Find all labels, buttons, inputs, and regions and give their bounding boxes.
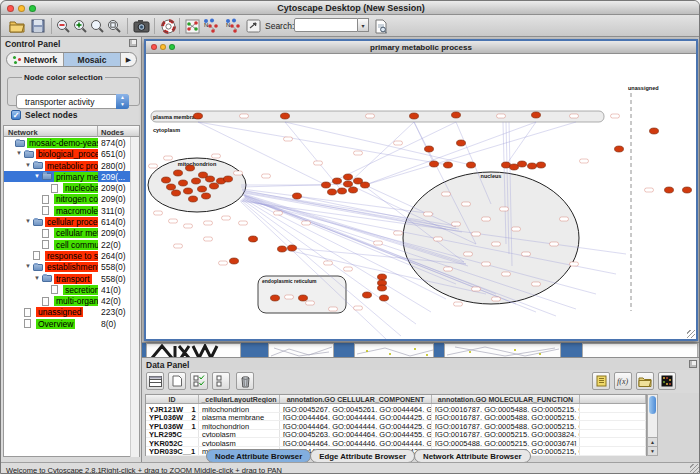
- tree-row[interactable]: macromolecule311(0): [4, 205, 132, 216]
- network-node[interactable]: [189, 196, 198, 202]
- vizmapper-icon[interactable]: [244, 17, 262, 35]
- network-node[interactable]: [410, 113, 419, 119]
- network-node[interactable]: [537, 162, 546, 168]
- network-node[interactable]: [467, 162, 476, 168]
- network-node[interactable]: [510, 164, 519, 170]
- expander-icon[interactable]: ▼: [25, 218, 31, 224]
- network-node[interactable]: [172, 190, 181, 196]
- table-column-header[interactable]: ID: [146, 395, 199, 403]
- unselect-attributes-icon[interactable]: [212, 372, 230, 390]
- zoom-selected-icon[interactable]: [88, 17, 106, 35]
- tree-row[interactable]: cell communicat22(0): [4, 239, 132, 250]
- network-node[interactable]: [338, 188, 347, 194]
- network-node[interactable]: [230, 258, 239, 264]
- window-resize-grip[interactable]: [687, 330, 695, 338]
- tree-row[interactable]: ▼transport558(0): [4, 273, 132, 284]
- network-node[interactable]: [198, 186, 207, 192]
- function-builder-icon[interactable]: f(x): [614, 372, 632, 390]
- network-node[interactable]: [299, 295, 308, 301]
- table-row[interactable]: YJR121W__1mitochondrion[GO:0045267, GO:0…: [146, 404, 646, 413]
- network-node[interactable]: [281, 113, 290, 119]
- network-node[interactable]: [174, 170, 183, 176]
- network-node[interactable]: [186, 165, 195, 171]
- network-node[interactable]: [167, 184, 176, 190]
- search-options-icon[interactable]: [372, 17, 390, 35]
- table-column-header[interactable]: [580, 395, 646, 403]
- delete-attribute-icon[interactable]: [236, 372, 254, 390]
- network-node[interactable]: [194, 113, 203, 119]
- tree-row[interactable]: mosaic-demo-yeast874(0): [4, 137, 132, 148]
- network-node[interactable]: [322, 182, 331, 188]
- import-attributes-icon[interactable]: [636, 372, 654, 390]
- tab-node-attribute-browser[interactable]: Node Attribute Browser: [206, 449, 311, 463]
- network-node[interactable]: [665, 187, 674, 193]
- zoom-in-icon[interactable]: [71, 17, 89, 35]
- tree-row[interactable]: ▼metabolic process280(0): [4, 160, 132, 171]
- open-session-icon[interactable]: [8, 17, 26, 35]
- table-column-header[interactable]: annotation.GO MOLECULAR_FUNCTION: [432, 395, 580, 403]
- tree-row[interactable]: unassigned223(0): [4, 306, 132, 317]
- expander-icon[interactable]: ▼: [25, 263, 31, 269]
- table-row[interactable]: YPL036W__2plasma membrane[GO:0044464, GO…: [146, 413, 646, 422]
- tree-row[interactable]: Overview8(0): [4, 318, 132, 329]
- network-overview-icon[interactable]: [183, 17, 201, 35]
- search-dropdown-arrow-icon[interactable]: ▾: [358, 18, 369, 32]
- network-node[interactable]: [192, 178, 201, 184]
- network-node[interactable]: [615, 146, 624, 152]
- network-node[interactable]: [425, 146, 434, 152]
- tree-row[interactable]: ▼primary metabo209(...: [4, 171, 132, 182]
- zoom-out-icon[interactable]: [54, 17, 72, 35]
- network-node[interactable]: [380, 295, 389, 301]
- search-input[interactable]: [294, 18, 358, 32]
- tree-row[interactable]: nucleobase-209(0): [4, 182, 132, 193]
- network-node[interactable]: [518, 161, 527, 167]
- network-node[interactable]: [502, 162, 511, 168]
- network-node[interactable]: [210, 183, 219, 189]
- table-scrollbar[interactable]: ▲ ▼: [647, 394, 658, 456]
- tree-row[interactable]: multi-organism pro42(0): [4, 295, 132, 306]
- save-session-icon[interactable]: [29, 17, 47, 35]
- network-node[interactable]: [288, 245, 297, 251]
- attribute-table-icon[interactable]: [146, 372, 164, 390]
- network-node[interactable]: [224, 176, 233, 182]
- expander-icon[interactable]: ▼: [25, 162, 31, 168]
- table-column-header[interactable]: _cellularLayoutRegion: [199, 395, 280, 403]
- expander-icon[interactable]: ▼: [34, 275, 40, 281]
- float-panel-icon[interactable]: [129, 39, 137, 47]
- network-node[interactable]: [333, 178, 342, 184]
- tab-mosaic[interactable]: Mosaic: [64, 53, 121, 66]
- node-color-dropdown[interactable]: transporter activity ▲▼: [16, 94, 129, 109]
- network-node[interactable]: [179, 180, 188, 186]
- new-attribute-icon[interactable]: [168, 372, 186, 390]
- network-node[interactable]: [206, 176, 215, 182]
- network-node[interactable]: [249, 236, 258, 242]
- app-resize-grip[interactable]: [690, 464, 699, 473]
- tab-network[interactable]: Network: [7, 53, 64, 66]
- tab-network-attribute-browser[interactable]: Network Attribute Browser: [414, 449, 531, 463]
- scrollbar-thumb[interactable]: [649, 396, 656, 414]
- table-row[interactable]: YPL036W__1mitochondrion[GO:0044464, GO:0…: [146, 421, 646, 430]
- tree-row[interactable]: secretion41(0): [4, 284, 132, 295]
- network-node[interactable]: [452, 112, 461, 118]
- network-node[interactable]: [430, 161, 439, 167]
- tree-row[interactable]: response to stimulu264(0): [4, 250, 132, 261]
- network-node[interactable]: [271, 295, 280, 301]
- network-node[interactable]: [278, 246, 287, 252]
- attribute-table[interactable]: ID_cellularLayoutRegionannotation.GO CEL…: [145, 394, 647, 456]
- network-node[interactable]: [349, 187, 358, 193]
- tree-row[interactable]: ▼establishment of lo558(0): [4, 261, 132, 272]
- tab-edge-attribute-browser[interactable]: Edge Attribute Browser: [310, 449, 415, 463]
- select-attributes-icon[interactable]: [190, 372, 208, 390]
- network-node[interactable]: [378, 274, 387, 280]
- expander-icon[interactable]: ▼: [16, 150, 22, 156]
- network-node[interactable]: [344, 174, 353, 180]
- network-node[interactable]: [532, 112, 541, 118]
- destroy-network-icon[interactable]: N: [223, 17, 241, 35]
- zoom-fit-icon[interactable]: [105, 17, 123, 35]
- network-node[interactable]: [328, 189, 337, 195]
- apply-layout-icon[interactable]: N: [201, 17, 219, 35]
- tree-row[interactable]: ▼cellular process614(0): [4, 216, 132, 227]
- attribute-matrix-icon[interactable]: [658, 372, 676, 390]
- tree-scrollbar[interactable]: [130, 137, 139, 457]
- tree-row[interactable]: nitrogen compo209(0): [4, 193, 132, 204]
